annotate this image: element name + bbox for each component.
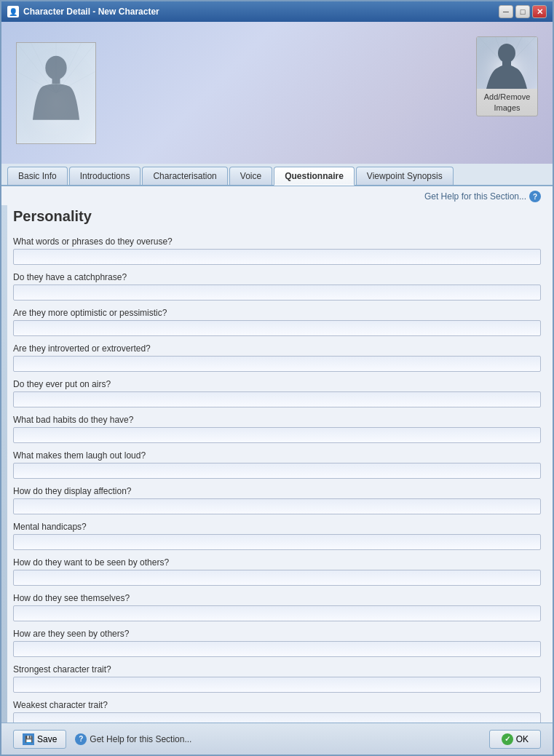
question-label-6: What bad habits do they have? (13, 415, 541, 425)
footer: 💾 Save ? Get Help for this Section... ✓ … (1, 723, 553, 755)
help-icon[interactable]: ? (529, 191, 541, 202)
question-label-10: How do they want to be seen by others? (13, 557, 541, 568)
question-label-14: Weakest character trait? (13, 700, 541, 710)
question-group-11: How do they see themselves? (13, 593, 541, 621)
svg-point-16 (498, 44, 515, 63)
question-group-10: How do they want to be seen by others? (13, 557, 541, 586)
question-label-3: Are they more optimistic or pessimistic? (13, 308, 541, 318)
question-input-3[interactable] (13, 320, 541, 336)
question-label-9: Mental handicaps? (13, 522, 541, 532)
question-label-7: What makes them laugh out loud? (13, 450, 541, 461)
question-input-12[interactable] (13, 641, 541, 657)
main-avatar (16, 42, 96, 144)
question-group-8: How do they display affection? (13, 486, 541, 514)
window-icon: 👤 (7, 6, 19, 17)
question-label-13: Strongest character trait? (13, 664, 541, 675)
question-group-5: Do they ever put on airs? (13, 379, 541, 407)
question-input-2[interactable] (13, 285, 541, 301)
question-label-1: What words or phrases do they overuse? (13, 236, 541, 247)
footer-left: 💾 Save ? Get Help for this Section... (13, 730, 191, 749)
content-header: Get Help for this Section... ? (1, 186, 553, 205)
question-input-10[interactable] (13, 570, 541, 586)
save-button[interactable]: 💾 Save (13, 730, 66, 749)
svg-rect-9 (52, 77, 60, 84)
add-remove-images-button[interactable]: Add/RemoveImages (476, 36, 538, 116)
question-label-12: How are they seen by others? (13, 629, 541, 639)
question-input-1[interactable] (13, 249, 541, 265)
footer-help-icon: ? (75, 733, 87, 745)
tab-voice[interactable]: Voice (229, 167, 272, 185)
save-icon: 💾 (23, 733, 34, 745)
question-group-7: What makes them laugh out loud? (13, 450, 541, 479)
question-group-3: Are they more optimistic or pessimistic? (13, 308, 541, 336)
question-group-9: Mental handicaps? (13, 522, 541, 550)
question-group-14: Weakest character trait? (13, 700, 541, 723)
question-input-6[interactable] (13, 427, 541, 443)
question-input-11[interactable] (13, 605, 541, 621)
tab-characterisation[interactable]: Characterisation (142, 167, 227, 185)
tab-introductions[interactable]: Introductions (69, 167, 141, 185)
svg-point-8 (45, 55, 66, 79)
tab-basic-info[interactable]: Basic Info (7, 167, 68, 185)
header-area: Add/RemoveImages (1, 22, 553, 164)
section-title: Personality (13, 208, 541, 225)
question-input-4[interactable] (13, 356, 541, 372)
window-title: Character Detail - New Character (23, 7, 159, 17)
maximize-button[interactable]: □ (515, 5, 530, 18)
main-window: 👤 Character Detail - New Character ─ □ ✕ (0, 0, 554, 756)
tab-viewpoint-synopsis[interactable]: Viewpoint Synopsis (356, 167, 454, 185)
question-group-13: Strongest character trait? (13, 664, 541, 693)
question-input-8[interactable] (13, 498, 541, 514)
questions-container: What words or phrases do they overuse?Do… (13, 236, 541, 723)
question-label-11: How do they see themselves? (13, 593, 541, 603)
question-group-2: Do they have a catchphrase? (13, 272, 541, 301)
question-input-13[interactable] (13, 677, 541, 693)
question-label-4: Are they introverted or extroverted? (13, 343, 541, 354)
add-remove-label: Add/RemoveImages (483, 89, 532, 116)
close-button[interactable]: ✕ (532, 5, 547, 18)
question-group-4: Are they introverted or extroverted? (13, 343, 541, 372)
title-bar: 👤 Character Detail - New Character ─ □ ✕ (1, 1, 553, 22)
ok-icon: ✓ (502, 733, 513, 745)
save-label: Save (37, 734, 57, 744)
question-group-1: What words or phrases do they overuse? (13, 236, 541, 265)
question-input-7[interactable] (13, 463, 541, 479)
question-group-12: How are they seen by others? (13, 629, 541, 657)
question-input-5[interactable] (13, 391, 541, 407)
ok-label: OK (516, 734, 529, 744)
title-bar-buttons: ─ □ ✕ (499, 5, 547, 18)
tab-questionnaire[interactable]: Questionnaire (274, 167, 355, 186)
title-bar-left: 👤 Character Detail - New Character (7, 6, 159, 17)
help-link[interactable]: Get Help for this Section... (424, 191, 526, 202)
question-input-9[interactable] (13, 534, 541, 550)
main-content: Get Help for this Section... ? Personali… (1, 186, 553, 723)
question-label-2: Do they have a catchphrase? (13, 272, 541, 282)
question-group-6: What bad habits do they have? (13, 415, 541, 443)
footer-help-label: Get Help for this Section... (90, 734, 191, 744)
tabs-row: Basic Info Introductions Characterisatio… (1, 164, 553, 186)
scroll-area[interactable]: Personality What words or phrases do the… (1, 205, 553, 723)
add-remove-image-preview (476, 37, 538, 89)
footer-help-button[interactable]: ? Get Help for this Section... (72, 733, 191, 745)
minimize-button[interactable]: ─ (499, 5, 513, 18)
question-label-8: How do they display affection? (13, 486, 541, 496)
question-input-14[interactable] (13, 712, 541, 723)
question-label-5: Do they ever put on airs? (13, 379, 541, 389)
ok-button[interactable]: ✓ OK (489, 730, 541, 749)
